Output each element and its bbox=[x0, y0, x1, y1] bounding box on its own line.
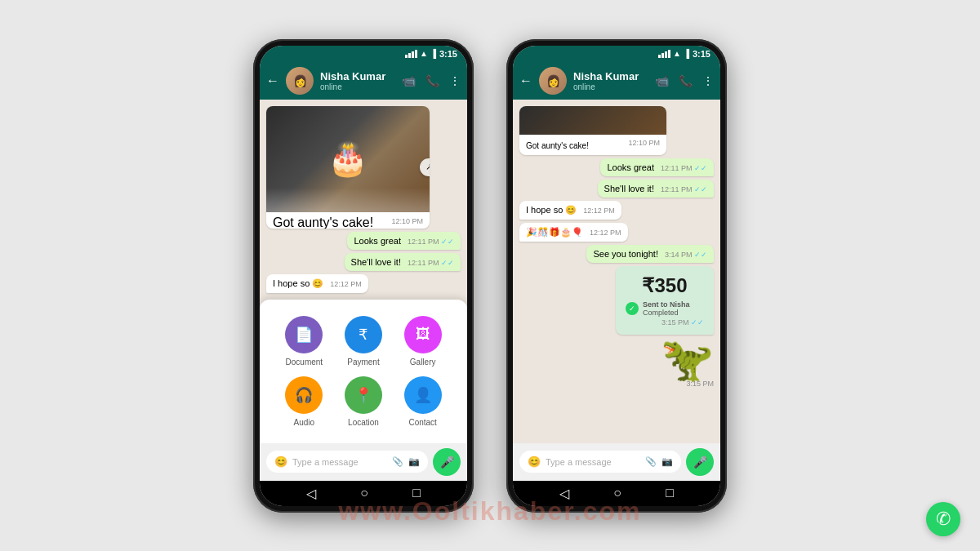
contact-icon-circle: 👤 bbox=[404, 376, 442, 414]
contact-info-2: Nisha Kumar online bbox=[573, 70, 648, 91]
home-nav-2[interactable]: ○ bbox=[613, 486, 621, 500]
contact-label: Contact bbox=[408, 418, 436, 427]
message-input-2[interactable]: 😊 Type a message 📎 📷 bbox=[519, 451, 681, 473]
emoji-icon-1[interactable]: 😊 bbox=[274, 455, 287, 468]
image-partial-preview bbox=[519, 106, 666, 135]
input-bar-2: 😊 Type a message 📎 📷 🎤 bbox=[513, 443, 720, 481]
more-options-icon-2[interactable]: ⋮ bbox=[702, 74, 714, 87]
nav-bar-2: ◁ ○ □ bbox=[513, 481, 720, 506]
msg-hope-so-text-2: I hope so 😊 bbox=[526, 205, 577, 215]
attach-document[interactable]: 📄 Document bbox=[279, 316, 329, 367]
sticker-message: 🦖 3:15 PM bbox=[661, 338, 714, 388]
msg-looks-great-time: 12:11 PM ✓✓ bbox=[408, 238, 454, 246]
phone-1-screen: ▲ ▐ 3:15 ← 👩 Nisha Kumar online 📹 📞 bbox=[260, 46, 467, 506]
cake-emoji: 🎂 bbox=[327, 140, 368, 178]
back-nav-2[interactable]: ◁ bbox=[559, 486, 569, 501]
payment-to: Sent to Nisha bbox=[643, 300, 690, 309]
gallery-label: Gallery bbox=[410, 358, 436, 367]
msg-emojis: 🎉🎊🎁🎂🎈 12:12 PM bbox=[519, 223, 628, 242]
payment-status-icon: ✓ bbox=[626, 302, 639, 315]
phone-call-icon-2[interactable]: 📞 bbox=[679, 74, 693, 87]
payment-status: ✓ Sent to Nisha Completed bbox=[626, 300, 704, 317]
camera-icon-2[interactable]: 📷 bbox=[662, 456, 673, 467]
phone-2: ▲ ▐ 3:15 ← 👩 Nisha Kumar online 📹 📞 bbox=[506, 39, 727, 513]
back-button-1[interactable]: ← bbox=[266, 73, 279, 88]
image-partial: Got aunty's cake! 12:10 PM bbox=[519, 106, 666, 155]
phones-container: ▲ ▐ 3:15 ← 👩 Nisha Kumar online 📹 📞 bbox=[253, 39, 727, 513]
attach-icon-1[interactable]: 📎 bbox=[392, 456, 403, 467]
msg-hope-so: I hope so 😊 12:12 PM bbox=[266, 274, 368, 293]
wifi-icon-2: ▲ bbox=[673, 49, 681, 58]
recents-nav-2[interactable]: □ bbox=[666, 486, 674, 500]
mic-button-2[interactable]: 🎤 bbox=[686, 448, 714, 476]
msg-hope-so-2: I hope so 😊 12:12 PM bbox=[519, 201, 621, 220]
msg-looks-great: Looks great 12:11 PM ✓✓ bbox=[347, 232, 461, 250]
msg-hope-so-text: I hope so 😊 bbox=[273, 278, 323, 288]
tick-1: ✓✓ bbox=[441, 238, 454, 246]
msg-shell-love-time-2: 12:11 PM ✓✓ bbox=[661, 185, 707, 193]
msg-shell-love-2: She'll love it! 12:11 PM ✓✓ bbox=[598, 180, 714, 198]
payment-label: Payment bbox=[347, 358, 379, 367]
msg-looks-great-text: Looks great bbox=[354, 236, 400, 246]
avatar-img-1: 👩 bbox=[286, 67, 314, 95]
msg-looks-great-2: Looks great 12:11 PM ✓✓ bbox=[600, 158, 714, 176]
status-bar-2: ▲ ▐ 3:15 bbox=[513, 46, 720, 62]
camera-icon-1[interactable]: 📷 bbox=[408, 456, 420, 467]
msg-hope-so-time: 12:12 PM bbox=[330, 280, 362, 288]
msg-see-tonight-time: 3:14 PM ✓✓ bbox=[665, 251, 707, 259]
input-placeholder-2: Type a message bbox=[546, 457, 640, 467]
contact-info-1: Nisha Kumar online bbox=[320, 70, 395, 91]
video-call-icon-2[interactable]: 📹 bbox=[655, 74, 669, 87]
contact-status-1: online bbox=[320, 82, 395, 91]
phone-1: ▲ ▐ 3:15 ← 👩 Nisha Kumar online 📹 📞 bbox=[253, 39, 474, 513]
msg-shell-love-text: She'll love it! bbox=[351, 257, 401, 267]
location-icon-circle: 📍 bbox=[345, 376, 382, 414]
phone-call-icon[interactable]: 📞 bbox=[425, 74, 439, 87]
recents-nav-1[interactable]: □ bbox=[412, 486, 421, 500]
msg-shell-love-text-2: She'll love it! bbox=[604, 184, 654, 193]
chat-area-2: Got aunty's cake! 12:10 PM Looks great 1… bbox=[513, 100, 720, 443]
attach-icon-2[interactable]: 📎 bbox=[645, 456, 657, 467]
msg-emojis-time: 12:12 PM bbox=[590, 229, 621, 237]
message-input-1[interactable]: 😊 Type a message 📎 📷 bbox=[266, 451, 428, 473]
emoji-icon-2[interactable]: 😊 bbox=[528, 455, 541, 468]
sticker-time: 3:15 PM bbox=[661, 380, 714, 388]
image-placeholder: 🎂 bbox=[266, 106, 430, 212]
more-options-icon[interactable]: ⋮ bbox=[449, 74, 461, 87]
attach-contact[interactable]: 👤 Contact bbox=[398, 376, 448, 427]
msg-shell-love-time: 12:11 PM ✓✓ bbox=[408, 259, 454, 267]
battery-icon-2: ▐ bbox=[684, 49, 689, 58]
image-caption-area: Got aunty's cake! 12:10 PM bbox=[266, 212, 430, 229]
attach-audio[interactable]: 🎧 Audio bbox=[279, 376, 329, 427]
contact-name-1: Nisha Kumar bbox=[320, 70, 395, 82]
caption-text-2: Got aunty's cake! bbox=[526, 141, 589, 150]
back-button-2[interactable]: ← bbox=[519, 73, 532, 88]
document-icon-circle: 📄 bbox=[285, 316, 323, 353]
attach-menu: 📄 Document ₹ Payment 🖼 Gallery 🎧 Audio bbox=[260, 300, 467, 443]
whatsapp-logo: ✆ bbox=[926, 502, 960, 536]
chat-header-1: ← 👩 Nisha Kumar online 📹 📞 ⋮ bbox=[260, 62, 467, 100]
attach-location[interactable]: 📍 Location bbox=[339, 376, 389, 427]
status-time-1: 3:15 bbox=[439, 49, 457, 59]
msg-see-tonight: See you tonight! 3:14 PM ✓✓ bbox=[586, 245, 714, 263]
avatar-img-2: 👩 bbox=[539, 67, 567, 95]
image-caption: Got aunty's cake! bbox=[273, 216, 373, 229]
input-bar-1: 😊 Type a message 📎 📷 🎤 bbox=[260, 443, 467, 481]
image-partial-caption: Got aunty's cake! 12:10 PM bbox=[519, 135, 666, 155]
header-icons-2: 📹 📞 ⋮ bbox=[655, 74, 714, 87]
chat-area-1: 🎂 ↗ Got aunty's cake! 12:10 PM Looks gre… bbox=[260, 100, 467, 300]
audio-label: Audio bbox=[294, 418, 315, 427]
mic-button-1[interactable]: 🎤 bbox=[433, 448, 461, 476]
attach-payment[interactable]: ₹ Payment bbox=[339, 316, 389, 367]
gallery-icon-circle: 🖼 bbox=[404, 316, 442, 353]
payment-status-text: Sent to Nisha Completed bbox=[643, 300, 690, 317]
attach-gallery[interactable]: 🖼 Gallery bbox=[398, 316, 448, 367]
status-time-2: 3:15 bbox=[693, 49, 710, 59]
location-label: Location bbox=[348, 418, 379, 427]
video-call-icon[interactable]: 📹 bbox=[402, 74, 416, 87]
payment-time: 3:15 PM ✓✓ bbox=[662, 318, 704, 327]
image-time: 12:10 PM bbox=[391, 217, 423, 225]
back-nav-1[interactable]: ◁ bbox=[306, 486, 316, 501]
caption-time-2: 12:10 PM bbox=[628, 139, 660, 147]
home-nav-1[interactable]: ○ bbox=[360, 486, 368, 500]
